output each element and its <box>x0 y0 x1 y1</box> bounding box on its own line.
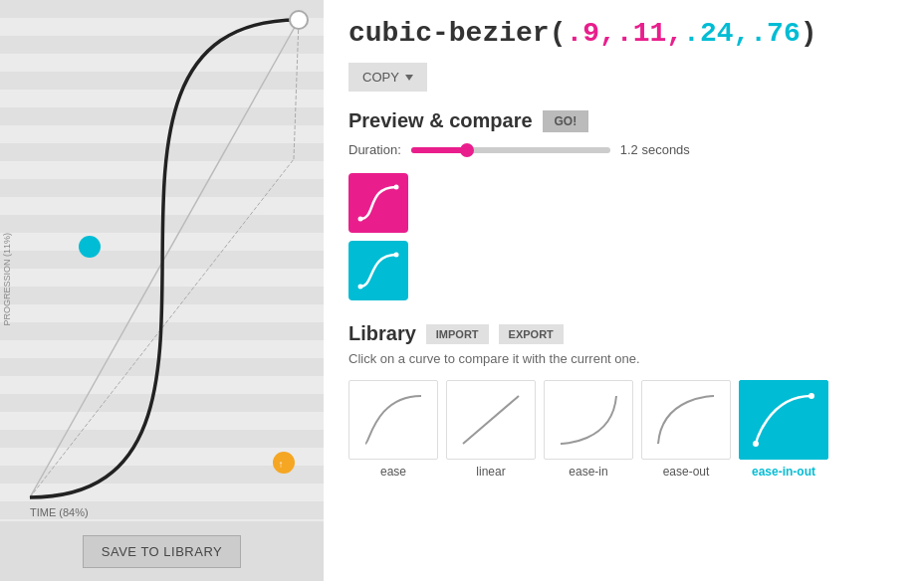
formula-p3: .24, <box>683 18 750 49</box>
time-label: TIME (84%) <box>30 506 89 518</box>
preview-title-text: Preview & compare <box>348 109 533 132</box>
svg-line-8 <box>463 396 519 444</box>
right-panel: cubic-bezier(.9,.11,.24,.76) COPY Previe… <box>324 0 924 581</box>
preview-section-title: Preview & compare GO! <box>348 109 899 132</box>
duration-row: Duration: 1.2 seconds <box>348 142 899 157</box>
curve-svg-ease-in-out <box>748 388 819 452</box>
duration-value: 1.2 seconds <box>620 142 690 157</box>
bottom-bar: SAVE TO LIBRARY <box>0 521 324 581</box>
copy-label: COPY <box>362 70 399 85</box>
library-title-text: Library <box>348 322 416 345</box>
preview-boxes <box>348 173 899 300</box>
copy-dropdown-arrow <box>405 75 413 81</box>
library-hint: Click on a curve to compare it with the … <box>348 351 899 366</box>
save-to-library-button[interactable]: SAVE TO LIBRARY <box>83 535 241 568</box>
svg-point-5 <box>358 217 363 222</box>
cursor-point <box>273 452 295 474</box>
curve-label-ease-out: ease-out <box>663 465 710 479</box>
curve-label-linear: linear <box>476 465 505 479</box>
bezier-curve-svg[interactable]: ↑ <box>0 0 324 521</box>
duration-thumb[interactable] <box>460 143 474 157</box>
import-button[interactable]: IMPORT <box>426 324 489 344</box>
svg-line-0 <box>30 20 299 497</box>
curve-box-ease[interactable] <box>348 380 438 460</box>
curve-item-linear[interactable]: linear <box>446 380 536 479</box>
export-button[interactable]: EXPORT <box>499 324 564 344</box>
library-section: Library IMPORT EXPORT Click on a curve t… <box>348 322 899 479</box>
curve-svg-linear <box>455 388 527 452</box>
control-point-1 <box>79 236 101 258</box>
graph-panel: ↑ TIME (84%) PROGRESSION (11%) SAVE TO L… <box>0 0 324 581</box>
svg-point-6 <box>394 253 399 258</box>
curve-box-ease-out[interactable] <box>641 380 731 460</box>
curve-svg-ease <box>357 388 429 452</box>
copy-button[interactable]: COPY <box>348 63 427 92</box>
preview-box-pink[interactable] <box>348 173 408 233</box>
curve-item-ease-in[interactable]: ease-in <box>544 380 633 479</box>
formula-p1: .9, <box>566 18 615 49</box>
svg-point-10 <box>753 441 759 447</box>
curve-box-ease-in[interactable] <box>544 380 633 460</box>
duration-label: Duration: <box>348 142 401 157</box>
curve-label-ease-in: ease-in <box>569 465 607 479</box>
curve-item-ease-in-out[interactable]: ease-in-out <box>739 380 828 479</box>
preview-box-cyan[interactable] <box>348 241 408 300</box>
svg-text:↑: ↑ <box>279 459 284 470</box>
svg-point-7 <box>358 285 363 290</box>
progress-label: PROGRESSION (11%) <box>2 233 12 326</box>
formula-display: cubic-bezier(.9,.11,.24,.76) <box>348 18 899 49</box>
control-point-2 <box>290 11 308 29</box>
curve-box-ease-in-out[interactable] <box>739 380 828 460</box>
formula-suffix: ) <box>801 18 817 49</box>
formula-p4: .76 <box>750 18 800 49</box>
curve-item-ease[interactable]: ease <box>348 380 438 479</box>
curve-svg-ease-in <box>553 388 624 452</box>
curve-svg-ease-out <box>650 388 722 452</box>
curve-item-ease-out[interactable]: ease-out <box>641 380 731 479</box>
curve-label-ease: ease <box>380 465 406 479</box>
svg-point-4 <box>394 185 399 190</box>
curves-row: ease linear ease-in <box>348 380 899 479</box>
preview-curve-pink-svg <box>356 181 400 225</box>
formula-p2: .11, <box>616 18 683 49</box>
curve-label-ease-in-out: ease-in-out <box>752 465 815 479</box>
preview-curve-cyan-svg <box>356 249 400 292</box>
go-button[interactable]: GO! <box>543 110 589 132</box>
library-title: Library IMPORT EXPORT <box>348 322 899 345</box>
svg-line-2 <box>294 20 299 159</box>
duration-slider[interactable] <box>411 147 610 153</box>
curve-box-linear[interactable] <box>446 380 536 460</box>
svg-point-9 <box>808 393 814 399</box>
formula-prefix: cubic-bezier( <box>348 18 566 49</box>
